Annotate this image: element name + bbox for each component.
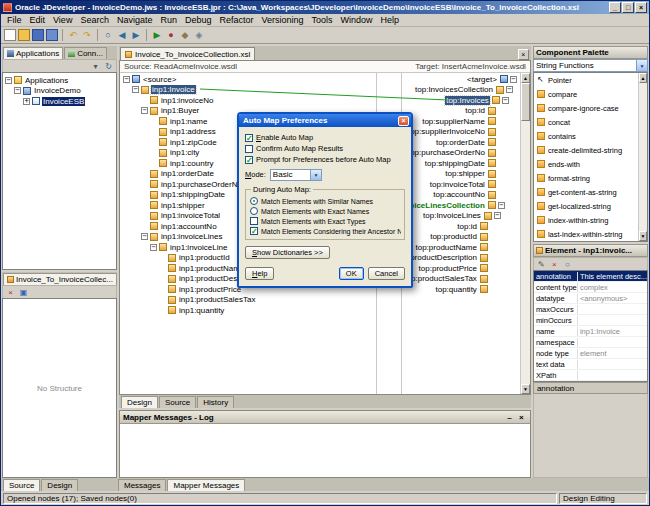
- show-dictionaries-button[interactable]: Show Dictionaries >>: [245, 246, 330, 259]
- close-editor-icon[interactable]: ×: [518, 49, 529, 60]
- refresh-icon[interactable]: ↻: [103, 61, 114, 72]
- target-node-top-suppliername[interactable]: top:supplierName: [402, 116, 520, 127]
- target-node-top-accountno[interactable]: top:accountNo: [402, 190, 520, 201]
- ok-button[interactable]: OK: [339, 267, 364, 280]
- rebuild-icon[interactable]: ◈: [193, 29, 205, 41]
- annotation-section-header[interactable]: annotation: [533, 382, 648, 394]
- expander-icon[interactable]: −: [141, 107, 148, 114]
- target-node-top-invoicetotal[interactable]: top:invoiceTotal: [402, 179, 520, 190]
- menu-edit[interactable]: Edit: [26, 15, 50, 25]
- mode-dropdown[interactable]: Basic ▼: [270, 169, 322, 181]
- checkbox-unchecked-icon[interactable]: [245, 145, 253, 153]
- close-icon[interactable]: ×: [635, 2, 647, 13]
- log-tab-messages[interactable]: Messages: [118, 479, 166, 491]
- palette-item-index-within-string[interactable]: index-within-string: [534, 213, 638, 227]
- menu-debug[interactable]: Debug: [181, 15, 216, 25]
- target-node-top-productid[interactable]: top:productId: [402, 232, 520, 243]
- palette-item-format-string[interactable]: format-string: [534, 171, 638, 185]
- option-row-match-elements-with-exact-types[interactable]: Match Elements with Exact Types: [250, 216, 401, 226]
- target-node-top-invoicescollection[interactable]: top:InvoicesCollection−: [402, 85, 520, 96]
- dialog-title-bar[interactable]: Auto Map Preferences ×: [239, 114, 411, 127]
- target-node-top-productdescription[interactable]: top:productDescription: [402, 253, 520, 264]
- search-icon[interactable]: ○: [102, 29, 114, 41]
- maximize-icon[interactable]: □: [622, 2, 634, 13]
- palette-item-contains[interactable]: contains: [534, 129, 638, 143]
- radio-selected-icon[interactable]: [250, 197, 258, 205]
- palette-item-compare[interactable]: compare: [534, 87, 638, 101]
- target-node-top-id[interactable]: top:id: [402, 106, 520, 117]
- palette-item-concat[interactable]: concat: [534, 115, 638, 129]
- expander-icon[interactable]: −: [123, 76, 130, 83]
- property-row-maxoccurs[interactable]: maxOccurs: [534, 304, 647, 315]
- source-node-inp1-invoiceno[interactable]: inp1:invoiceNo: [120, 95, 376, 106]
- palette-item-compare-ignore-case[interactable]: compare-ignore-case: [534, 101, 638, 115]
- palette-section-dropdown[interactable]: String Functions ▼: [533, 59, 648, 72]
- palette-scrollbar[interactable]: ▲ ▼: [638, 73, 647, 241]
- expander-icon[interactable]: −: [510, 76, 517, 83]
- checkbox-row-enable-auto-map[interactable]: ✓Enable Auto Map: [245, 132, 405, 143]
- menu-refactor[interactable]: Refactor: [216, 15, 258, 25]
- property-row-datatype[interactable]: datatype<anonymous>: [534, 293, 647, 304]
- scroll-track[interactable]: [639, 83, 647, 231]
- save-icon[interactable]: [32, 29, 44, 41]
- target-node-top-shippingdate[interactable]: top:shippingDate: [402, 158, 520, 169]
- checkbox-checked-icon[interactable]: ✓: [245, 156, 253, 164]
- navigator-options-icon[interactable]: ▾: [90, 61, 101, 72]
- expander-icon[interactable]: −: [502, 97, 509, 104]
- checkbox-row-confirm-auto-map-results[interactable]: Confirm Auto Map Results: [245, 143, 405, 154]
- panel-tab-design[interactable]: Design: [41, 479, 78, 491]
- menu-navigate[interactable]: Navigate: [113, 15, 157, 25]
- expander-icon[interactable]: −: [132, 86, 139, 93]
- scroll-up-icon[interactable]: ▲: [639, 73, 647, 83]
- option-row-match-elements-with-similar-names[interactable]: Match Elements with Similar Names: [250, 196, 401, 206]
- menu-file[interactable]: File: [3, 15, 26, 25]
- target-node-top-supplierinvoiceno[interactable]: top:supplierInvoiceNo: [402, 127, 520, 138]
- source-node-inp1-invoice[interactable]: −inp1:Invoice: [120, 85, 376, 96]
- scroll-down-icon[interactable]: ▼: [521, 384, 530, 394]
- redo-icon[interactable]: ↷: [81, 29, 93, 41]
- option-row-match-elements-considering-their-ancestor-names[interactable]: ✓Match Elements Considering their Ancest…: [250, 226, 401, 236]
- checkbox-unchecked-icon[interactable]: [250, 217, 258, 225]
- menu-run[interactable]: Run: [156, 15, 181, 25]
- radio-unselected-icon[interactable]: [250, 207, 258, 215]
- open-folder-icon[interactable]: [18, 29, 30, 41]
- palette-item-get-content-as-string[interactable]: get-content-as-string: [534, 185, 638, 199]
- log-header[interactable]: Mapper Messages - Log – ×: [120, 411, 530, 424]
- property-row-name[interactable]: nameinp1:Invoice: [534, 326, 647, 337]
- palette-item-last-index-within-string[interactable]: last-index-within-string: [534, 227, 638, 241]
- editor-view-tab-source[interactable]: Source: [159, 396, 196, 408]
- expander-icon[interactable]: −: [141, 233, 148, 240]
- tab-connections[interactable]: Conn...: [64, 47, 107, 59]
- help-button[interactable]: Help: [245, 267, 274, 280]
- target-node-top-invoicelinescollection[interactable]: top:InvoiceLinesCollection−: [402, 200, 520, 211]
- property-row-minoccurs[interactable]: minOccurs: [534, 315, 647, 326]
- target-node-top-purchaseorderno[interactable]: top:purchaseOrderNo: [402, 148, 520, 159]
- find-property-icon[interactable]: ○: [562, 259, 573, 270]
- target-node-top-orderdate[interactable]: top:orderDate: [402, 137, 520, 148]
- tab-applications[interactable]: Applications: [3, 47, 63, 59]
- source-node-inp1-quantity[interactable]: inp1:quantity: [120, 305, 376, 316]
- minimize-icon[interactable]: _: [609, 2, 621, 13]
- property-row-xpath[interactable]: XPath: [534, 370, 647, 381]
- tab-structure-invoice-to-invoicecollection[interactable]: Invoice_To_InvoiceCollec...: [3, 273, 117, 285]
- checkbox-checked-icon[interactable]: ✓: [250, 227, 258, 235]
- property-inspector-header[interactable]: Element - inp1:invoic...: [533, 244, 648, 257]
- target-node-top-productprice[interactable]: top:productPrice: [402, 263, 520, 274]
- menu-window[interactable]: Window: [337, 15, 377, 25]
- scroll-up-icon[interactable]: ▲: [521, 73, 530, 83]
- property-row-content-type[interactable]: content typecomplex: [534, 282, 647, 293]
- expander-icon[interactable]: +: [23, 98, 30, 105]
- back-icon[interactable]: ◀: [116, 29, 128, 41]
- new-view-icon[interactable]: ▣: [18, 287, 29, 298]
- close-panel-icon[interactable]: ×: [516, 412, 527, 423]
- option-row-match-elements-with-exact-names[interactable]: Match Elements with Exact Names: [250, 206, 401, 216]
- log-tab-mapper-messages[interactable]: Mapper Messages: [167, 479, 245, 491]
- property-row-annotation[interactable]: annotationThis element desc...: [534, 271, 647, 282]
- menu-view[interactable]: View: [49, 15, 76, 25]
- palette-item-ends-with[interactable]: ends-with: [534, 157, 638, 171]
- editor-tab-invoice-to-invoicecollection-xsl[interactable]: Invoice_To_InvoiceCollection.xsl: [120, 47, 255, 60]
- menu-tools[interactable]: Tools: [308, 15, 337, 25]
- editor-view-tab-history[interactable]: History: [197, 396, 234, 408]
- palette-item-create-delimited-string[interactable]: create-delimited-string: [534, 143, 638, 157]
- target-node-top-id[interactable]: top:id: [402, 221, 520, 232]
